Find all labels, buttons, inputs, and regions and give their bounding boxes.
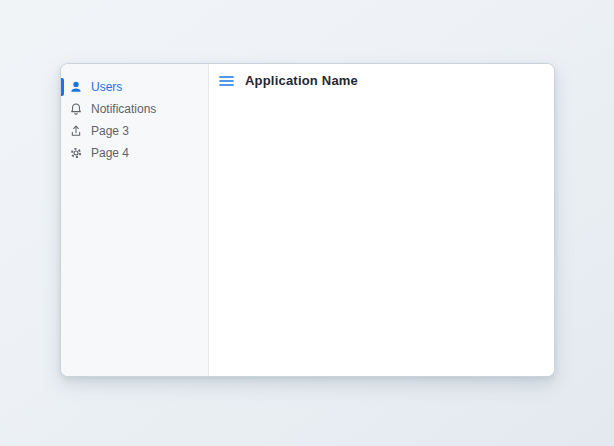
content-area xyxy=(209,88,554,376)
sidebar-item-notifications[interactable]: Notifications xyxy=(61,98,208,120)
sidebar-item-label: Page 4 xyxy=(91,146,129,160)
bell-icon xyxy=(69,102,83,116)
sidebar-item-page3[interactable]: Page 3 xyxy=(61,120,208,142)
user-icon xyxy=(69,80,83,94)
sidebar-item-label: Users xyxy=(91,80,122,94)
sidebar: Users Notifications xyxy=(61,64,209,376)
page-title: Application Name xyxy=(245,74,358,88)
desktop-background: Users Notifications xyxy=(0,0,614,446)
sidebar-item-label: Notifications xyxy=(91,102,156,116)
active-indicator xyxy=(61,78,64,96)
gear-icon xyxy=(69,146,83,160)
upload-icon xyxy=(69,124,83,138)
main-header: Application Name xyxy=(209,64,554,88)
hamburger-menu-icon[interactable] xyxy=(219,74,234,88)
sidebar-item-users[interactable]: Users xyxy=(61,76,208,98)
sidebar-item-page4[interactable]: Page 4 xyxy=(61,142,208,164)
app-window: Users Notifications xyxy=(60,63,555,377)
main-content: Application Name xyxy=(209,64,554,376)
sidebar-item-label: Page 3 xyxy=(91,124,129,138)
